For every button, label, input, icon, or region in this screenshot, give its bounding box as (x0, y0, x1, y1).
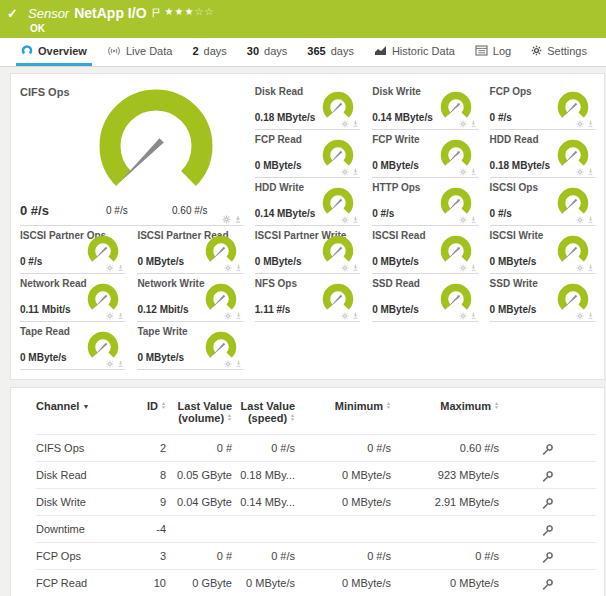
gauge-settings-icon[interactable] (459, 120, 467, 128)
pin-icon[interactable] (235, 360, 242, 368)
pin-icon[interactable] (235, 312, 242, 320)
col-maximum[interactable]: Maximum▲▼ (391, 400, 499, 435)
table-row[interactable]: CIFS Ops 2 0 # 0 #/s 0 #/s 0.60 #/s (36, 435, 596, 462)
gauge-tile[interactable]: FCP Ops 0 #/s (490, 82, 595, 130)
table-row[interactable]: Disk Write 9 0.04 GByte 0.14 MBy... 0 MB… (36, 489, 596, 516)
gauge-tile[interactable]: Tape Write 0 MByte/s (137, 322, 242, 370)
pin-icon[interactable] (117, 264, 124, 272)
channel-settings-icon[interactable] (541, 524, 554, 539)
gauge-tile-primary[interactable]: CIFS Ops 0 #/s 0.60 #/s 0 #/s (20, 82, 243, 226)
gauge-settings-icon[interactable] (341, 312, 349, 320)
gauge-settings-icon[interactable] (106, 360, 114, 368)
gauge-settings-icon[interactable] (341, 216, 349, 224)
gauge-tile[interactable]: ISCSI Partner Write 0 MByte/s (255, 226, 360, 274)
gauge-value: 0.18 MByte/s (490, 160, 551, 171)
gauge-settings-icon[interactable] (459, 216, 467, 224)
gauge-tile[interactable]: HTTP Ops 0 #/s (372, 178, 477, 226)
gauge-settings-icon[interactable] (576, 120, 584, 128)
pin-icon[interactable] (352, 168, 359, 176)
pin-icon[interactable] (235, 264, 242, 272)
gauge-settings-icon[interactable] (106, 264, 114, 272)
pin-icon[interactable] (352, 120, 359, 128)
pin-icon[interactable] (352, 312, 359, 320)
gauge-settings-icon[interactable] (576, 312, 584, 320)
pin-icon[interactable] (587, 168, 594, 176)
gauge-tile[interactable]: HDD Write 0.14 MByte/s (255, 178, 360, 226)
gauge-dial (204, 235, 238, 267)
tab-log[interactable]: Log (470, 38, 516, 66)
gauge-tile[interactable]: ISCSI Partner Ops 0 #/s (20, 226, 125, 274)
pin-icon[interactable] (470, 312, 477, 320)
channel-settings-icon[interactable] (541, 497, 554, 512)
gauge-settings-icon[interactable] (222, 215, 231, 224)
table-row[interactable]: FCP Read 10 0 GByte 0 MByte/s 0 MByte/s … (36, 570, 596, 596)
pin-icon[interactable] (587, 216, 594, 224)
col-channel[interactable]: Channel▼ (36, 400, 116, 435)
gauge-settings-icon[interactable] (576, 168, 584, 176)
gauge-settings-icon[interactable] (341, 168, 349, 176)
gauge-settings-icon[interactable] (459, 168, 467, 176)
pin-icon[interactable] (352, 216, 359, 224)
gauge-settings-icon[interactable] (224, 312, 232, 320)
pin-icon[interactable] (587, 264, 594, 272)
tab-30-days[interactable]: 30days (242, 38, 293, 66)
gauge-tile[interactable]: ISCSI Read 0 MByte/s (372, 226, 477, 274)
cell-maximum: 0.60 #/s (391, 435, 499, 462)
gauge-tile[interactable]: SSD Write 0 MByte/s (490, 274, 595, 322)
pin-icon[interactable] (587, 120, 594, 128)
pin-icon[interactable] (470, 216, 477, 224)
pin-icon[interactable] (117, 360, 124, 368)
channel-settings-icon[interactable] (541, 551, 554, 566)
gauge-tile[interactable]: Disk Write 0.14 MByte/s (372, 82, 477, 130)
tab-historic-data[interactable]: Historic Data (369, 38, 460, 66)
gauge-value: 0 MByte/s (490, 256, 537, 267)
gauge-settings-icon[interactable] (459, 264, 467, 272)
tab-settings[interactable]: Settings (526, 38, 592, 66)
gauge-tile[interactable]: FCP Write 0 MByte/s (372, 130, 477, 178)
table-row[interactable]: FCP Ops 3 0 # 0 #/s 0 #/s 0 #/s (36, 543, 596, 570)
gauge-tile[interactable]: FCP Read 0 MByte/s (255, 130, 360, 178)
channel-settings-icon[interactable] (541, 443, 554, 458)
priority-stars[interactable]: ★★★☆☆ (165, 6, 215, 17)
gauge-tile[interactable]: HDD Read 0.18 MByte/s (490, 130, 595, 178)
gauge-settings-icon[interactable] (341, 120, 349, 128)
pin-icon[interactable] (470, 264, 477, 272)
sort-desc-icon[interactable]: ▼ (82, 403, 89, 410)
gauge-tile[interactable]: Network Write 0.12 Mbit/s (137, 274, 242, 322)
tab-overview[interactable]: Overview (16, 38, 92, 66)
gauge-settings-icon[interactable] (341, 264, 349, 272)
gauge-tile[interactable]: ISCSI Partner Read 0 MByte/s (137, 226, 242, 274)
col-last-value-speed[interactable]: Last Value (speed)▲▼ (232, 400, 295, 435)
gauge-settings-icon[interactable] (106, 312, 114, 320)
cell-last-value-speed: 0.18 MBy... (232, 462, 295, 489)
tab-2-days[interactable]: 2days (187, 38, 231, 66)
gauge-tile[interactable]: Disk Read 0.18 MByte/s (255, 82, 360, 130)
pin-icon[interactable] (234, 215, 242, 224)
gauge-tile[interactable]: SSD Read 0 MByte/s (372, 274, 477, 322)
pin-icon[interactable] (470, 120, 477, 128)
gauge-tile[interactable]: NFS Ops 1.11 #/s (255, 274, 360, 322)
table-row[interactable]: Downtime -4 (36, 516, 596, 543)
gauge-settings-icon[interactable] (224, 264, 232, 272)
channel-settings-icon[interactable] (541, 578, 554, 593)
col-id[interactable]: ID▲▼ (116, 400, 166, 435)
tab-365-days[interactable]: 365days (302, 38, 359, 66)
sensor-title: NetApp I/O (74, 5, 146, 21)
gauge-tile[interactable]: ISCSI Ops 0 #/s (490, 178, 595, 226)
tab-live-data[interactable]: Live Data (102, 38, 177, 66)
table-row[interactable]: Disk Read 8 0.05 GByte 0.18 MBy... 0 MBy… (36, 462, 596, 489)
col-minimum[interactable]: Minimum▲▼ (295, 400, 391, 435)
channel-settings-icon[interactable] (541, 470, 554, 485)
pin-icon[interactable] (352, 264, 359, 272)
pin-icon[interactable] (587, 312, 594, 320)
gauge-tile[interactable]: ISCSI Write 0 MByte/s (490, 226, 595, 274)
col-last-value-volume[interactable]: Last Value (volume)▲▼ (166, 400, 232, 435)
gauge-tile[interactable]: Tape Read 0 MByte/s (20, 322, 125, 370)
pin-icon[interactable] (470, 168, 477, 176)
gauge-settings-icon[interactable] (459, 312, 467, 320)
gauge-tile[interactable]: Network Read 0.11 Mbit/s (20, 274, 125, 322)
gauge-settings-icon[interactable] (576, 264, 584, 272)
gauge-settings-icon[interactable] (576, 216, 584, 224)
pin-icon[interactable] (117, 312, 124, 320)
gauge-settings-icon[interactable] (224, 360, 232, 368)
